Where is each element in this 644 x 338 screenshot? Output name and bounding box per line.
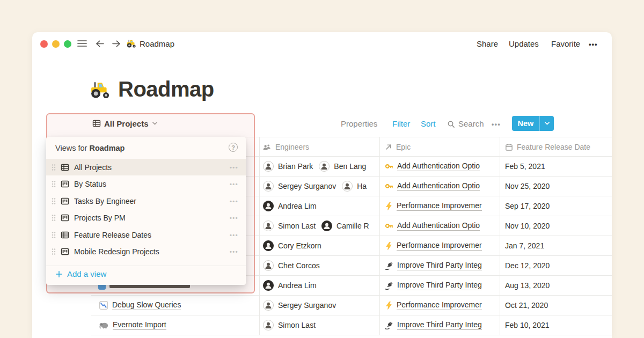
column-header-epic[interactable]: Epic xyxy=(385,137,500,157)
close-window-button[interactable] xyxy=(40,40,48,48)
sort-button[interactable]: Sort xyxy=(421,119,436,128)
chart-down-icon xyxy=(99,301,108,310)
properties-button[interactable]: Properties xyxy=(341,119,377,128)
epic-cell[interactable]: Add Authentication Optio xyxy=(385,157,500,176)
search-button[interactable]: Search xyxy=(458,119,484,128)
view-item-by-status[interactable]: By Status ••• xyxy=(46,175,246,192)
zoom-window-button[interactable] xyxy=(64,40,71,48)
engineers-cell[interactable]: Brian Park Ben Lang xyxy=(263,157,380,176)
tractor-title-icon[interactable] xyxy=(90,79,111,100)
epic-link[interactable]: Performance Improvemer xyxy=(397,300,482,310)
plug-icon xyxy=(385,281,393,290)
new-button[interactable]: New xyxy=(512,116,554,131)
view-item-more-button[interactable]: ••• xyxy=(230,215,238,221)
lightning-icon xyxy=(385,302,393,310)
page-title[interactable]: Roadmap xyxy=(118,77,214,101)
epic-cell[interactable]: Improve Third Party Integ xyxy=(385,256,500,275)
engineers-cell[interactable]: Chet Corcos xyxy=(263,256,380,275)
date-cell[interactable]: Oct 21, 2020 xyxy=(505,296,612,315)
updates-button[interactable]: Updates xyxy=(509,39,539,48)
drag-handle-icon[interactable] xyxy=(51,247,56,256)
project-link[interactable]: Debug Slow Queries xyxy=(112,300,181,310)
search-icon[interactable] xyxy=(447,120,455,128)
epic-link[interactable]: Add Authentication Optio xyxy=(397,161,480,171)
view-item-more-button[interactable]: ••• xyxy=(230,164,238,171)
engineers-cell[interactable]: Cory Etzkorn xyxy=(263,236,380,255)
column-header-feature-release-date[interactable]: Feature Release Date xyxy=(505,137,612,157)
marketing-canvas: Roadmap Share Updates Favorite ••• Roadm… xyxy=(0,0,644,338)
avatar xyxy=(319,161,330,172)
drag-handle-icon[interactable] xyxy=(51,231,56,239)
epic-cell[interactable]: Performance Improvemer xyxy=(385,196,500,216)
toolbar-more-button[interactable]: ••• xyxy=(492,121,501,128)
engineers-cell[interactable]: Andrea Lim xyxy=(263,196,380,216)
engineers-cell[interactable]: Andrea Lim xyxy=(263,276,380,295)
epic-link[interactable]: Performance Improvemer xyxy=(397,201,482,211)
epic-cell[interactable]: Improve Third Party Integ xyxy=(385,315,500,335)
drag-handle-icon[interactable] xyxy=(51,197,56,205)
epic-link[interactable]: Improve Third Party Integ xyxy=(397,261,482,270)
share-button[interactable]: Share xyxy=(477,39,498,48)
help-icon[interactable]: ? xyxy=(229,143,238,152)
topbar-more-button[interactable]: ••• xyxy=(589,40,598,48)
project-cell[interactable]: Evernote Import xyxy=(99,315,256,335)
view-item-more-button[interactable]: ••• xyxy=(230,181,238,187)
avatar xyxy=(263,280,274,291)
epic-cell[interactable]: Add Authentication Optio xyxy=(385,216,500,236)
drag-handle-icon[interactable] xyxy=(51,163,56,172)
date-cell[interactable]: Dec 12, 2020 xyxy=(505,256,612,275)
epic-cell[interactable]: Performance Improvemer xyxy=(385,236,500,255)
epic-link[interactable]: Improve Third Party Integ xyxy=(397,320,482,330)
view-item-mobile-redesign-projects[interactable]: Mobile Redesign Projects ••• xyxy=(46,243,246,260)
calendar-icon xyxy=(505,143,513,151)
key-icon xyxy=(385,162,393,171)
project-cell[interactable]: Debug Slow Queries xyxy=(99,296,256,315)
epic-cell[interactable]: Add Authentication Optio xyxy=(385,177,500,196)
epic-cell[interactable]: Improve Third Party Integ xyxy=(385,276,500,295)
key-icon xyxy=(385,182,393,190)
view-item-tasks-by-engineer[interactable]: Tasks By Engineer ••• xyxy=(46,193,246,209)
forward-arrow-icon[interactable] xyxy=(112,40,121,47)
view-item-more-button[interactable]: ••• xyxy=(230,198,238,204)
epic-cell[interactable]: Performance Improvemer xyxy=(385,296,500,315)
people-icon xyxy=(263,143,272,151)
table-view-icon xyxy=(61,163,69,172)
add-view-button[interactable]: Add a view xyxy=(55,269,106,278)
new-dropdown-button[interactable] xyxy=(540,121,554,126)
filter-button[interactable]: Filter xyxy=(392,119,410,128)
view-item-feature-release-dates[interactable]: Feature Release Dates ••• xyxy=(46,226,246,243)
engineers-cell[interactable]: Simon Last Camille R xyxy=(263,216,380,236)
drag-handle-icon[interactable] xyxy=(51,180,56,188)
date-cell[interactable]: Jan 7, 2021 xyxy=(505,236,612,255)
view-selector[interactable]: All Projects xyxy=(92,116,158,131)
view-item-more-button[interactable]: ••• xyxy=(230,232,238,238)
engineers-cell[interactable]: Simon Last xyxy=(263,315,380,335)
view-item-projects-by-pm[interactable]: Projects By PM ••• xyxy=(46,209,246,226)
epic-link[interactable]: Improve Third Party Integ xyxy=(397,281,482,290)
date-cell[interactable]: Feb 10, 2021 xyxy=(505,315,612,335)
date-cell[interactable]: Feb 5, 2021 xyxy=(505,157,612,176)
favorite-button[interactable]: Favorite xyxy=(551,39,580,48)
engineers-cell[interactable]: Sergey Surganov xyxy=(263,296,380,315)
breadcrumb-page-title[interactable]: Roadmap xyxy=(140,39,174,48)
project-link[interactable]: Evernote Import xyxy=(113,320,166,330)
table-view-icon xyxy=(61,231,69,239)
date-cell[interactable]: Sep 17, 2020 xyxy=(505,196,612,216)
lightning-icon xyxy=(385,202,393,210)
arrow-up-right-icon xyxy=(385,143,392,151)
sidebar-menu-icon[interactable] xyxy=(77,40,87,47)
date-cell[interactable]: Nov 10, 2020 xyxy=(505,216,612,236)
date-cell[interactable]: Nov 25, 2020 xyxy=(505,177,612,196)
epic-link[interactable]: Add Authentication Optio xyxy=(397,181,480,191)
date-cell[interactable]: Aug 13, 2020 xyxy=(505,276,612,295)
engineers-cell[interactable]: Sergey Surganov Ha xyxy=(263,177,380,196)
column-header-engineers[interactable]: Engineers xyxy=(263,137,380,157)
minimize-window-button[interactable] xyxy=(52,40,60,48)
drag-handle-icon[interactable] xyxy=(51,214,56,222)
table-row: Evernote Import Simon Last Improve Third… xyxy=(91,315,612,335)
back-arrow-icon[interactable] xyxy=(96,40,105,47)
view-item-all-projects[interactable]: All Projects ••• xyxy=(46,159,246,175)
epic-link[interactable]: Add Authentication Optio xyxy=(397,221,480,231)
view-item-more-button[interactable]: ••• xyxy=(230,248,238,255)
epic-link[interactable]: Performance Improvemer xyxy=(397,241,482,251)
